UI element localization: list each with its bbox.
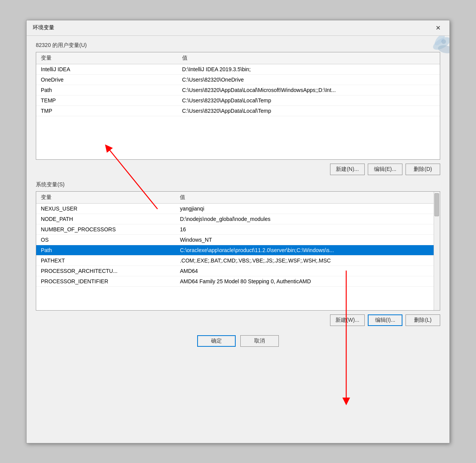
- user-vars-edit-button[interactable]: 编辑(E)...: [368, 164, 402, 175]
- var-name-cell: PATHEXT: [36, 255, 175, 266]
- user-vars-col-value: 值: [178, 52, 440, 64]
- sys-vars-new-button[interactable]: 新建(W)...: [330, 314, 365, 326]
- env-vars-dialog: 环境变量 ✕ 82320 的用户变量(U) 变量 值 IntelliJ IDEA…: [26, 20, 450, 443]
- var-value-cell: AMD64: [175, 266, 434, 276]
- var-name-cell: TMP: [36, 105, 178, 116]
- var-value-cell: .COM;.EXE;.BAT;.CMD;.VBS;.VBE;.JS;.JSE;.…: [175, 255, 434, 266]
- table-row[interactable]: NEXUS_USERyangjianqi: [36, 203, 434, 214]
- table-row[interactable]: PROCESSOR_ARCHITECTU...AMD64: [36, 266, 434, 276]
- sys-vars-edit-button[interactable]: 编辑(I)...: [368, 314, 402, 326]
- var-name-cell: Path: [36, 85, 178, 95]
- sys-vars-buttons: 新建(W)... 编辑(I)... 删除(L): [36, 314, 440, 326]
- table-row[interactable]: OneDriveC:\Users\82320\OneDrive: [36, 74, 440, 85]
- user-vars-title: 82320 的用户变量(U): [36, 42, 440, 49]
- table-row[interactable]: PathC:\oraclexe\app\oracle\product\11.2.…: [36, 245, 434, 255]
- sys-vars-body: NEXUS_USERyangjianqiNODE_PATH D:\nodejs\…: [36, 203, 434, 286]
- dialog-title: 环境变量: [33, 24, 54, 31]
- table-row[interactable]: IntelliJ IDEAD:\IntelliJ IDEA 2019.3.5\b…: [36, 64, 440, 74]
- var-name-cell: NUMBER_OF_PROCESSORS: [36, 224, 175, 234]
- var-name-cell: Path: [36, 245, 175, 255]
- table-row[interactable]: NODE_PATH D:\nodejs\node_global\node_mod…: [36, 214, 434, 224]
- table-row[interactable]: TEMPC:\Users\82320\AppData\Local\Temp: [36, 95, 440, 105]
- var-name-cell: IntelliJ IDEA: [36, 64, 178, 74]
- cancel-button[interactable]: 取消: [240, 335, 279, 347]
- user-vars-col-name: 变量: [36, 52, 178, 64]
- sys-vars-scrollbar-track[interactable]: [434, 192, 440, 310]
- user-vars-body: IntelliJ IDEAD:\IntelliJ IDEA 2019.3.5\b…: [36, 64, 440, 116]
- user-vars-table-container: 变量 值 IntelliJ IDEAD:\IntelliJ IDEA 2019.…: [36, 52, 440, 160]
- user-vars-delete-button[interactable]: 删除(D): [406, 164, 440, 175]
- user-vars-header-row: 变量 值: [36, 52, 440, 64]
- var-name-cell: NEXUS_USER: [36, 203, 175, 214]
- decorative-image: [419, 36, 449, 67]
- sys-vars-delete-button[interactable]: 删除(L): [406, 314, 440, 326]
- sys-vars-col-value: 值: [175, 192, 434, 204]
- sys-vars-table-container: 变量 值 NEXUS_USERyangjianqiNODE_PATH D:\no…: [36, 191, 440, 311]
- sys-vars-title: 系统变量(S): [36, 181, 440, 188]
- var-name-cell: NODE_PATH: [36, 214, 175, 224]
- user-vars-buttons: 新建(N)... 编辑(E)... 删除(D): [36, 164, 440, 175]
- var-value-cell: D:\IntelliJ IDEA 2019.3.5\bin;: [178, 64, 440, 74]
- var-name-cell: OneDrive: [36, 74, 178, 85]
- table-row[interactable]: PathC:\Users\82320\AppData\Local\Microso…: [36, 85, 440, 95]
- title-bar: 环境变量 ✕: [27, 20, 449, 36]
- table-row[interactable]: PATHEXT.COM;.EXE;.BAT;.CMD;.VBS;.VBE;.JS…: [36, 255, 434, 266]
- var-value-cell: D:\nodejs\node_global\node_modules: [175, 214, 434, 224]
- footer-buttons: 确定 取消: [36, 335, 440, 354]
- dialog-content: 82320 的用户变量(U) 变量 值 IntelliJ IDEAD:\Inte…: [27, 36, 449, 362]
- var-value-cell: Windows_NT: [175, 234, 434, 245]
- sys-vars-table: 变量 值 NEXUS_USERyangjianqiNODE_PATH D:\no…: [36, 192, 434, 287]
- user-vars-table: 变量 值 IntelliJ IDEAD:\IntelliJ IDEA 2019.…: [36, 52, 440, 116]
- sys-vars-header-row: 变量 值: [36, 192, 434, 204]
- var-value-cell: C:\Users\82320\OneDrive: [178, 74, 440, 85]
- var-name-cell: OS: [36, 234, 175, 245]
- user-vars-new-button[interactable]: 新建(N)...: [330, 164, 365, 175]
- var-value-cell: C:\oraclexe\app\oracle\product\11.2.0\se…: [175, 245, 434, 255]
- var-value-cell: C:\Users\82320\AppData\Local\Temp: [178, 95, 440, 105]
- svg-point-5: [441, 39, 446, 44]
- var-name-cell: PROCESSOR_IDENTIFIER: [36, 276, 175, 286]
- var-value-cell: C:\Users\82320\AppData\Local\Temp: [178, 105, 440, 116]
- close-button[interactable]: ✕: [432, 22, 443, 33]
- table-row[interactable]: OSWindows_NT: [36, 234, 434, 245]
- var-value-cell: C:\Users\82320\AppData\Local\Microsoft\W…: [178, 85, 440, 95]
- ok-button[interactable]: 确定: [197, 335, 236, 347]
- table-row[interactable]: PROCESSOR_IDENTIFIERAMD64 Family 25 Mode…: [36, 276, 434, 286]
- var-name-cell: TEMP: [36, 95, 178, 105]
- var-value-cell: 16: [175, 224, 434, 234]
- sys-vars-scrollbar-thumb[interactable]: [434, 193, 439, 216]
- table-row[interactable]: TMPC:\Users\82320\AppData\Local\Temp: [36, 105, 440, 116]
- sys-vars-col-name: 变量: [36, 192, 175, 204]
- table-row[interactable]: NUMBER_OF_PROCESSORS16: [36, 224, 434, 234]
- var-name-cell: PROCESSOR_ARCHITECTU...: [36, 266, 175, 276]
- var-value-cell: yangjianqi: [175, 203, 434, 214]
- var-value-cell: AMD64 Family 25 Model 80 Stepping 0, Aut…: [175, 276, 434, 286]
